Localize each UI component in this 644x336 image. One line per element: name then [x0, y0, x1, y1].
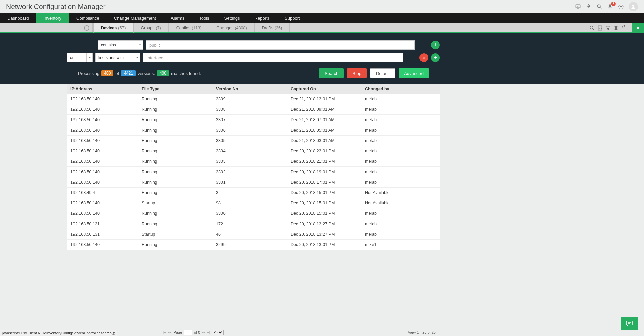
- pager-prev[interactable]: ◂◂: [168, 330, 171, 334]
- nav-reports[interactable]: Reports: [247, 13, 278, 23]
- nav-change-management[interactable]: Change Management: [107, 13, 163, 23]
- rocket-icon[interactable]: [586, 4, 592, 10]
- table-row[interactable]: 192.168.50.140Running3299Dec 20, 2018 13…: [67, 240, 440, 250]
- pager-page-label: Page: [173, 330, 182, 334]
- table-row[interactable]: 192.168.50.140Running3301Dec 20, 2018 17…: [67, 177, 440, 188]
- svg-point-5: [632, 5, 634, 7]
- nav-inventory[interactable]: Inventory: [36, 13, 69, 23]
- table-row[interactable]: 192.168.50.140Running3308Dec 21, 2018 09…: [67, 104, 440, 115]
- table-row[interactable]: 192.168.50.131Startup46Dec 20, 2018 13:2…: [67, 229, 440, 240]
- svg-text:PDF: PDF: [599, 27, 602, 29]
- table-row[interactable]: 192.168.50.131Running172Dec 20, 2018 13:…: [67, 219, 440, 229]
- pagination-bar: |◂ ◂◂ Page of 0 ▸▸ ▸| 25 View 1 - 25 of …: [67, 328, 440, 336]
- subtab-groups[interactable]: Groups (7): [134, 23, 169, 32]
- add-filter-button[interactable]: +: [431, 53, 440, 62]
- remove-filter-button[interactable]: ×: [419, 53, 428, 62]
- svg-rect-9: [614, 26, 618, 30]
- table-row[interactable]: 192.168.49.4Running3Dec 20, 2018 15:01 P…: [67, 188, 440, 198]
- bell-icon[interactable]: 3: [607, 4, 613, 10]
- nav-alarms[interactable]: Alarms: [163, 13, 192, 23]
- col-version[interactable]: Version No: [216, 87, 291, 91]
- sub-tab-bar: Devices (57)Groups (7)Configs (113)Chang…: [0, 23, 644, 33]
- sub-bar-tools: PDF: [589, 23, 644, 32]
- subtab-changes[interactable]: Changes (4308): [209, 23, 254, 32]
- pager-first[interactable]: |◂: [163, 330, 166, 334]
- table-row[interactable]: 192.168.50.140Running3300Dec 20, 2018 15…: [67, 208, 440, 219]
- table-row[interactable]: 192.168.50.140Running3305Dec 21, 2018 03…: [67, 136, 440, 146]
- filter-row-1: contains +: [67, 40, 440, 50]
- svg-point-6: [590, 26, 593, 29]
- svg-rect-10: [626, 321, 632, 325]
- presentation-icon[interactable]: [575, 4, 581, 10]
- user-avatar[interactable]: [629, 2, 638, 11]
- svg-point-1: [588, 5, 589, 6]
- subtab-configs[interactable]: Configs (113): [169, 23, 209, 32]
- table-row[interactable]: 192.168.50.140Running3304Dec 20, 2018 23…: [67, 146, 440, 156]
- nav-compliance[interactable]: Compliance: [69, 13, 107, 23]
- select-all-toggle[interactable]: [81, 23, 93, 32]
- search-button[interactable]: Search: [319, 68, 344, 78]
- nav-tools[interactable]: Tools: [192, 13, 216, 23]
- table-row[interactable]: 192.168.50.140Running3307Dec 21, 2018 07…: [67, 115, 440, 125]
- search-status-row: Processing 400 of 4421 versions. 400 mat…: [67, 68, 440, 78]
- nav-dashboard[interactable]: Dashboard: [0, 13, 36, 23]
- operator-select-2[interactable]: or: [67, 53, 93, 62]
- subtab-drafts[interactable]: Drafts (36): [255, 23, 290, 32]
- col-ip[interactable]: IP Address: [67, 87, 142, 91]
- table-header: IP Address File Type Version No Captured…: [67, 84, 440, 94]
- top-icon-tray: 3: [575, 2, 638, 11]
- table-row[interactable]: 192.168.50.140Running3306Dec 21, 2018 05…: [67, 125, 440, 136]
- pager-of: of 0: [194, 330, 200, 334]
- condition-select-2[interactable]: line starts with: [95, 53, 140, 62]
- results-table: IP Address File Type Version No Captured…: [67, 84, 440, 250]
- pager-next[interactable]: ▸▸: [202, 330, 205, 334]
- svg-point-4: [620, 6, 622, 8]
- gear-icon[interactable]: [618, 4, 624, 10]
- col-changedby[interactable]: Changed by: [365, 87, 440, 91]
- status-count-matches: 400: [157, 70, 169, 76]
- chat-fab[interactable]: [621, 317, 638, 330]
- browser-status-bar: javascript:OPMClient.NCMInventoryConfigS…: [0, 330, 117, 336]
- notif-badge: 3: [611, 2, 616, 6]
- pager-page-input[interactable]: [184, 330, 192, 335]
- main-nav: DashboardInventoryComplianceChange Manag…: [0, 13, 644, 23]
- advanced-button[interactable]: Advanced: [399, 68, 429, 78]
- filter-icon[interactable]: [605, 25, 611, 31]
- stop-button[interactable]: Stop: [347, 68, 367, 78]
- svg-point-2: [597, 5, 600, 8]
- status-count-processed: 400: [101, 70, 113, 76]
- subtab-devices[interactable]: Devices (57): [93, 23, 134, 33]
- search-icon[interactable]: [589, 25, 595, 31]
- close-panel-button[interactable]: [632, 23, 644, 32]
- filter-row-2: or line starts with × +: [67, 53, 440, 62]
- pager-size-select[interactable]: 25: [212, 330, 224, 335]
- pager-last[interactable]: ▸|: [207, 330, 210, 334]
- columns-icon[interactable]: [613, 25, 619, 31]
- nav-settings[interactable]: Settings: [217, 13, 247, 23]
- default-button[interactable]: Default: [370, 68, 395, 78]
- filter-input-1[interactable]: [146, 40, 415, 50]
- top-bar: Network Configuration Manager 3: [0, 0, 644, 13]
- refresh-icon[interactable]: [621, 25, 627, 31]
- table-row[interactable]: 192.168.50.140Startup98Dec 20, 2018 15:0…: [67, 198, 440, 208]
- col-filetype[interactable]: File Type: [142, 87, 216, 91]
- search-panel: contains + or line starts with × + Proce…: [0, 33, 644, 84]
- status-processing: Processing: [78, 71, 99, 76]
- search-icon[interactable]: [596, 4, 602, 10]
- app-title: Network Configuration Manager: [6, 3, 105, 11]
- nav-support[interactable]: Support: [277, 13, 307, 23]
- filter-input-2[interactable]: [143, 53, 403, 62]
- col-captured[interactable]: Captured On: [291, 87, 365, 91]
- pager-view-text: View 1 - 25 of 25: [408, 330, 436, 334]
- condition-select-1[interactable]: contains: [98, 40, 143, 50]
- table-row[interactable]: 192.168.50.140Running3303Dec 20, 2018 21…: [67, 156, 440, 167]
- table-row[interactable]: 192.168.50.140Running3309Dec 21, 2018 13…: [67, 94, 440, 104]
- svg-point-3: [610, 8, 610, 9]
- table-row[interactable]: 192.168.50.140Running3302Dec 20, 2018 19…: [67, 167, 440, 177]
- pdf-export-icon[interactable]: PDF: [597, 25, 603, 31]
- status-count-total: 4421: [121, 70, 136, 76]
- add-filter-button[interactable]: +: [431, 41, 440, 49]
